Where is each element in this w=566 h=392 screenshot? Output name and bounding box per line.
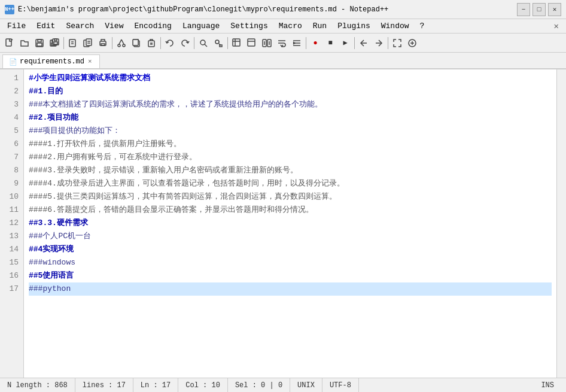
tb-cut[interactable]	[114, 36, 129, 50]
status-sel: Sel : 0 | 0	[228, 378, 290, 392]
svg-rect-3	[38, 39, 41, 42]
tb-paste[interactable]	[144, 36, 159, 50]
menu-settings[interactable]: Settings	[226, 20, 272, 32]
tb-print[interactable]	[96, 36, 110, 50]
code-text: ##4实现环境	[29, 243, 74, 256]
line-number: 9	[5, 177, 19, 190]
menu-search[interactable]: Search	[61, 20, 99, 32]
line-number: 6	[5, 138, 19, 151]
app-icon-text: N++	[5, 7, 14, 13]
line-number: 12	[5, 217, 19, 230]
tb-save-all[interactable]	[47, 36, 62, 50]
tb-wrap[interactable]	[275, 36, 289, 50]
menu-view[interactable]: View	[100, 20, 128, 32]
code-line: ##1.目的	[29, 85, 552, 98]
svg-point-21	[123, 44, 125, 47]
status-col: Col : 10	[178, 378, 228, 392]
line-numbers: 1234567891011121314151617	[0, 69, 24, 378]
line-number: 13	[5, 230, 19, 243]
tb-zoom-in[interactable]	[230, 36, 244, 50]
tb-find-replace[interactable]	[211, 36, 226, 50]
svg-rect-11	[69, 39, 75, 47]
status-length: N length : 868	[5, 378, 75, 392]
code-text: ###个人PC机一台	[29, 230, 91, 243]
tb-post-to-pastebin[interactable]	[405, 36, 419, 50]
code-line: ###个人PC机一台	[29, 230, 552, 243]
tb-close[interactable]	[66, 36, 80, 50]
editor[interactable]: #小学生四则运算测试系统需求文档##1.目的###本文档描述了四则运算测试系统的…	[24, 69, 556, 378]
tab-label: requirements.md	[20, 57, 84, 66]
menu-close-x[interactable]: ✕	[549, 20, 564, 32]
svg-rect-15	[86, 39, 92, 45]
tb-next-change[interactable]	[372, 36, 386, 50]
svg-line-23	[121, 39, 124, 44]
tb-macro-record[interactable]: ●	[308, 36, 322, 50]
maximize-button[interactable]: □	[532, 3, 546, 16]
tb-macro-stop[interactable]: ■	[323, 36, 337, 50]
line-number: 15	[5, 256, 19, 269]
code-line: ####6.答题提交后，答错的题目会显示正确答案，并显示出答题用时和得分情况。	[29, 203, 552, 217]
tb-close-all[interactable]	[81, 36, 95, 50]
content-area: 1234567891011121314151617 #小学生四则运算测试系统需求…	[0, 69, 566, 378]
tb-zoom-out[interactable]	[245, 36, 259, 50]
line-number: 16	[5, 269, 19, 282]
tb-indent[interactable]	[290, 36, 304, 50]
code-line: ###本文档描述了四则运算测试系统的需求，，讲述了系统提供给用户的的各个功能。	[29, 98, 552, 111]
svg-rect-36	[248, 39, 255, 46]
tb-macro-play[interactable]: ▶	[338, 36, 352, 50]
code-text: ####6.答题提交后，答错的题目会显示正确答案，并显示出答题用时和得分情况。	[29, 203, 314, 217]
menu-help[interactable]: ?	[415, 20, 430, 32]
code-line: ###项目提供的功能如下：	[29, 124, 552, 138]
tb-save[interactable]	[32, 36, 47, 50]
code-text: ####1.打开软件后，提供新用户注册账号。	[29, 138, 181, 151]
tb-undo[interactable]	[163, 36, 177, 50]
code-line: ####3.登录失败时，提示错误，重新输入用户名密码或者重新注册新的账号。	[29, 164, 552, 177]
tb-sep6	[306, 37, 306, 49]
minimize-button[interactable]: −	[517, 3, 530, 16]
menu-macro[interactable]: Macro	[274, 20, 307, 32]
code-line: ####4.成功登录后进入主界面，可以查看答题记录，包括答题时间，用时，以及得分…	[29, 177, 552, 190]
code-text: ####4.成功登录后进入主界面，可以查看答题记录，包括答题时间，用时，以及得分…	[29, 177, 345, 190]
tb-prev-change[interactable]	[357, 36, 371, 50]
code-line: ##3.3.硬件需求	[29, 217, 552, 230]
tb-sep7	[354, 37, 355, 49]
close-button[interactable]: ✕	[548, 3, 561, 16]
menu-window[interactable]: Window	[376, 20, 414, 32]
tb-sep1	[63, 37, 64, 49]
svg-rect-0	[6, 39, 11, 46]
title-bar: N++ E:\benjamin's program\project\github…	[0, 0, 566, 19]
code-text: ##3.3.硬件需求	[29, 217, 88, 230]
right-gutter	[556, 69, 566, 378]
tb-full-screen[interactable]	[390, 36, 404, 50]
line-number: 4	[5, 111, 19, 124]
menu-file[interactable]: File	[2, 20, 31, 32]
tb-redo[interactable]	[178, 36, 192, 50]
tb-sync-scroll[interactable]	[260, 36, 274, 50]
svg-point-20	[118, 44, 120, 47]
status-encoding: UTF-8	[322, 378, 359, 392]
menu-encoding[interactable]: Encoding	[129, 20, 176, 32]
tab-close-button[interactable]: ×	[87, 57, 93, 66]
tab-icon: 📄	[9, 58, 17, 66]
window-controls: − □ ✕	[517, 3, 561, 16]
code-line: #小学生四则运算测试系统需求文档	[29, 72, 552, 85]
code-text: ##1.目的	[29, 85, 63, 98]
svg-line-30	[205, 44, 207, 47]
menu-edit[interactable]: Edit	[32, 20, 60, 32]
tab-bar: 📄 requirements.md ×	[0, 53, 566, 69]
svg-rect-19	[101, 44, 105, 45]
tb-new[interactable]	[2, 36, 17, 50]
menu-run[interactable]: Run	[308, 20, 331, 32]
line-number: 5	[5, 124, 19, 138]
toolbar: ● ■ ▶	[0, 34, 566, 53]
tb-open[interactable]	[17, 36, 32, 50]
tb-copy[interactable]	[129, 36, 144, 50]
code-line: ####1.打开软件后，提供新用户注册账号。	[29, 138, 552, 151]
status-unix: UNIX	[290, 378, 322, 392]
tb-find[interactable]	[196, 36, 211, 50]
tab-requirements[interactable]: 📄 requirements.md ×	[2, 54, 100, 68]
menu-plugins[interactable]: Plugins	[333, 20, 375, 32]
menu-language[interactable]: Language	[178, 20, 224, 32]
tb-sep2	[112, 37, 112, 49]
code-line: ###windows	[29, 256, 552, 269]
